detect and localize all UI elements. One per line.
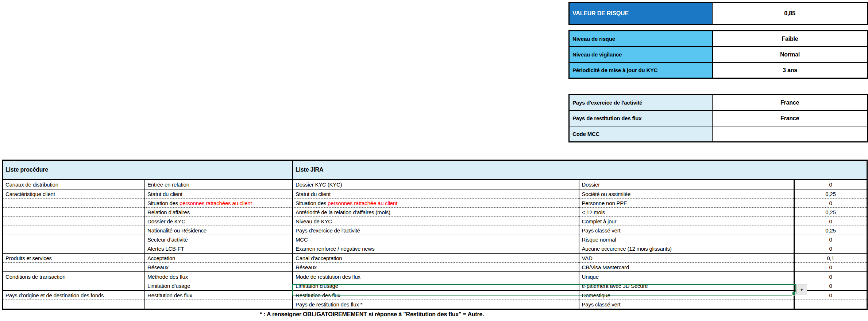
cell-category[interactable] [3,300,145,309]
cell-score[interactable]: 0,25 [794,208,867,217]
cell-category[interactable] [3,226,145,235]
jira-item-prefix: Situation des [296,200,328,206]
cell-category[interactable]: Pays d’origine et de destination des fon… [3,290,145,300]
header-liste-procedure: Liste procédure [3,160,293,180]
table-row: Alertes LCB-FT Examen renforcé / négativ… [3,244,867,254]
cell-value[interactable]: VAD [579,253,794,263]
cell-procedure-item[interactable]: Dossier de KYC [145,217,293,226]
mcc-code-label: Code MCC [569,126,713,142]
cell-procedure-item[interactable]: Nationalité ou Résidence [145,226,293,235]
cell-procedure-item[interactable]: Réseaux [145,263,293,272]
procedure-jira-mapping-table: Liste procédure Liste JIRA Canaux de dis… [2,160,868,310]
cell-jira-item[interactable]: Mode de restitution des flux [293,272,579,281]
cell-score[interactable] [794,300,867,309]
cell-category[interactable] [3,244,145,254]
table-row: Produits et services Acceptation Canal d… [3,253,867,263]
cell-value[interactable]: Pays classé vert [579,226,794,235]
cell-jira-item[interactable]: Antériorité de la relation d'affaires (m… [293,208,579,217]
cell-value[interactable]: Dossier [579,180,794,189]
table-row: Nationalité ou Résidence Pays d'exercice… [3,226,867,235]
cell-category[interactable]: Canaux de distribution [3,180,145,189]
activity-country-value[interactable]: France [712,95,867,111]
cell-procedure-item[interactable]: Alertes LCB-FT [145,244,293,254]
cell-value[interactable]: CB/Visa Mastercard [579,263,794,272]
table-row: Relation d’affaires Antériorité de la re… [3,208,867,217]
cell-procedure-item[interactable]: Acceptation [145,253,293,263]
fill-handle[interactable] [792,292,796,295]
vigilance-level-label: Niveau de vigilance [569,47,713,62]
cell-value[interactable]: Société ou assimilée [579,189,794,199]
cell-procedure-item[interactable]: Relation d’affaires [145,208,293,217]
risk-value-table: VALEUR DE RISQUE 0,85 [568,2,868,25]
table-row: VALEUR DE RISQUE 0,85 [569,3,868,24]
cell-jira-item[interactable]: Situation des personnes rattachée au cli… [293,199,579,208]
cell-category[interactable] [3,217,145,226]
cell-score[interactable]: 0 [794,235,867,244]
cell-value[interactable]: Unique [579,272,794,281]
cell-value[interactable]: Complet à jour [579,217,794,226]
cell-value[interactable]: Risque normal [579,235,794,244]
table-row: Canaux de distribution Entrée en relatio… [3,180,867,189]
cell-procedure-item[interactable] [145,300,293,309]
cell-category[interactable]: Conditions de transaction [3,272,145,281]
cell-value[interactable]: e-paiement avec 3D Secure [579,281,794,291]
cell-jira-item[interactable]: MCC [293,235,579,244]
table-row: Secteur d’activité MCC Risque normal 0 [3,235,867,244]
kyc-periodicity-label: Périodicité de mise à jour du KYC [569,62,713,78]
kyc-periodicity-value[interactable]: 3 ans [713,62,868,78]
flux-country-value[interactable]: France [712,110,867,126]
mcc-code-value[interactable] [712,126,867,142]
table-row: Caractéristique client Statut du client … [3,189,867,199]
cell-jira-item[interactable]: Pays de restitution des flux * [293,300,579,309]
cell-jira-item[interactable]: Limitation d'usage [293,281,579,291]
cell-category[interactable] [3,263,145,272]
cell-score[interactable]: 0 [794,180,867,189]
cell-jira-item[interactable]: Dossier KYC (KYC) [293,180,579,189]
cell-score[interactable]: 0 [794,272,867,281]
cell-category[interactable] [3,208,145,217]
cell-jira-item[interactable]: Réseaux [293,263,579,272]
cell-value-selected[interactable]: Domestique [579,290,794,300]
cell-score[interactable]: 0,25 [794,226,867,235]
table-row: Niveau de risque Faible [569,31,868,47]
cell-procedure-item[interactable]: Restitution des flux [145,290,293,300]
cell-score[interactable]: 0 [794,217,867,226]
table-row: Pays d'exercice de l'activité France [569,95,868,111]
cell-jira-item[interactable]: Canal d'acceptation [293,253,579,263]
cell-score[interactable]: 0 [794,263,867,272]
jira-item-red-highlight: personnes rattachée au client [328,200,397,206]
risk-level-label: Niveau de risque [569,31,713,47]
cell-category[interactable] [3,199,145,208]
cell-jira-item[interactable]: Pays d'exercice de l'activité [293,226,579,235]
cell-score[interactable]: 0 [794,244,867,254]
cell-procedure-item[interactable]: Méthode des flux [145,272,293,281]
cell-jira-item[interactable]: Niveau de KYC [293,217,579,226]
risk-value-cell[interactable]: 0,85 [712,3,868,24]
cell-procedure-item[interactable]: Secteur d’activité [145,235,293,244]
cell-value[interactable]: Aucune occurence (12 mois glissants) [579,244,794,254]
cell-procedure-item[interactable]: Statut du client [145,189,293,199]
risk-value-label: VALEUR DE RISQUE [569,3,712,24]
cell-procedure-item[interactable]: Situation des personnes rattachées au cl… [145,199,293,208]
cell-procedure-item[interactable]: Limitation d’usage [145,281,293,291]
procedure-item-prefix: Situation des [147,200,180,206]
cell-category[interactable]: Caractéristique client [3,189,145,199]
cell-jira-item[interactable]: Restitution des flux [293,290,579,300]
cell-category[interactable] [3,281,145,291]
cell-category[interactable] [3,235,145,244]
cell-score[interactable]: 0 [794,199,867,208]
cell-category[interactable]: Produits et services [3,253,145,263]
cell-procedure-item[interactable]: Entrée en relation [145,180,293,189]
cell-score[interactable]: 0,25 [794,189,867,199]
cell-jira-item[interactable]: Examen renforcé / négative news [293,244,579,254]
cell-jira-item[interactable]: Statut du client [293,189,579,199]
cell-value[interactable]: Pays classé vert [579,300,794,309]
cell-value[interactable]: < 12 mois [579,208,794,217]
vigilance-level-value[interactable]: Normal [713,47,868,62]
cell-value[interactable]: Personne non PPE [579,199,794,208]
dropdown-button[interactable]: ▼ [796,285,807,294]
risk-level-value[interactable]: Faible [713,31,868,47]
cell-score[interactable]: 0,1 [794,253,867,263]
table-row: Limitation d’usage Limitation d'usage e-… [3,281,867,291]
table-row: Pays de restitution des flux France [569,110,868,126]
